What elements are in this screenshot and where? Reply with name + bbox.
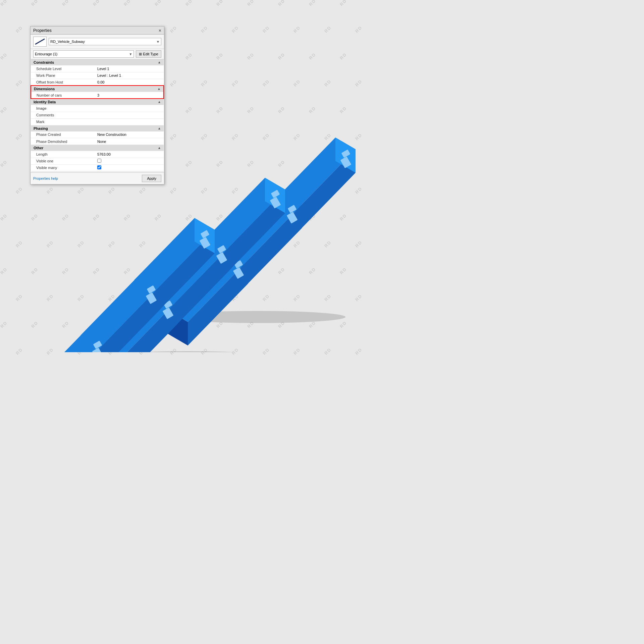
visible-one-label: Visble one [31,158,95,164]
offset-from-host-label: Offset from Host [31,79,95,86]
phasing-expand-icon[interactable]: ▲ [158,126,161,130]
other-label: Other [34,146,43,150]
visible-many-label: Visible many [31,164,95,171]
other-section-header: Other ▲ [31,145,164,151]
visible-one-value[interactable] [95,158,164,164]
other-expand-icon[interactable]: ▲ [158,146,161,150]
number-of-cars-label: Number of cars [31,92,95,99]
filter-row: Entourage (1) ▼ ⊞ Edit Type [31,49,164,59]
type-name-dropdown[interactable]: RD_Vehicle_Subway ▼ [49,38,161,45]
properties-help-link[interactable]: Properties help [33,176,58,180]
phase-created-row: Phase Created New Construction [31,131,164,138]
phase-created-value[interactable]: New Construction [95,131,164,138]
schedule-level-row: Schedule Level Level 1 [31,65,164,72]
offset-from-host-row: Offset from Host [31,79,164,86]
visible-many-checkbox[interactable] [97,165,101,169]
properties-table: Constraints ▲ Schedule Level Level 1 Wor… [31,59,164,172]
mark-label: Mark [31,118,95,125]
mark-value[interactable] [95,118,164,125]
filter-dropdown[interactable]: Entourage (1) ▼ [33,50,134,58]
length-label: Length [31,151,95,158]
filter-label: Entourage (1) [35,52,57,56]
phase-demolished-row: Phase Demolished None [31,138,164,145]
visible-one-checkbox[interactable] [97,159,101,163]
type-selector-row: RD_Vehicle_Subway ▼ [31,35,164,49]
constraints-expand-icon[interactable]: ▲ [158,60,161,64]
panel-bottom: Properties help Apply [31,172,164,184]
image-row: Image [31,105,164,112]
offset-from-host-value[interactable] [95,79,164,86]
constraints-label: Constraints [34,60,54,64]
panel-title: Properties [33,28,52,33]
comments-row: Comments [31,112,164,118]
apply-button[interactable]: Apply [142,175,161,182]
identity-data-expand-icon[interactable]: ▲ [158,100,161,104]
constraints-section-header: Constraints ▲ [31,59,164,65]
filter-arrow-icon: ▼ [129,52,132,56]
identity-data-section-header: Identity Data ▲ [31,99,164,105]
dropdown-arrow-icon: ▼ [156,40,160,44]
phase-created-label: Phase Created [31,131,95,138]
edit-type-icon: ⊞ [139,52,142,56]
comments-label: Comments [31,112,95,118]
edit-type-label: Edit Type [143,52,158,56]
identity-data-label: Identity Data [34,100,56,104]
mark-row: Mark [31,118,164,125]
length-value[interactable]: 5763.00 [95,151,164,158]
offset-from-host-input[interactable] [97,80,161,84]
type-icon [33,37,47,47]
phasing-label: Phasing [34,126,48,130]
schedule-level-value[interactable]: Level 1 [95,65,164,72]
work-plane-row: Work Plane Level : Level 1 [31,72,164,79]
visible-many-value[interactable] [95,164,164,171]
work-plane-value[interactable]: Level : Level 1 [95,72,164,79]
number-of-cars-row: Number of cars 3 [31,92,164,99]
image-value[interactable] [95,105,164,112]
number-of-cars-value[interactable]: 3 [95,92,164,99]
properties-panel: Properties × RD_Vehicle_Subway ▼ Entoura… [30,26,164,184]
work-plane-label: Work Plane [31,72,95,79]
length-row: Length 5763.00 [31,151,164,158]
schedule-level-label: Schedule Level [31,65,95,72]
dimensions-expand-icon[interactable]: ▲ [157,87,161,91]
dimensions-label: Dimensions [34,87,55,91]
image-label: Image [31,105,95,112]
phasing-section-header: Phasing ▲ [31,125,164,131]
visible-many-row: Visible many [31,164,164,171]
dimensions-section-header: Dimensions ▲ [31,86,164,92]
type-name-label: RD_Vehicle_Subway [50,40,85,44]
close-button[interactable]: × [159,28,161,33]
edit-type-button[interactable]: ⊞ Edit Type [136,50,161,58]
svg-line-0 [35,39,45,44]
panel-titlebar: Properties × [31,26,164,35]
visible-one-row: Visble one [31,158,164,164]
phase-demolished-label: Phase Demolished [31,138,95,145]
comments-value[interactable] [95,112,164,118]
phase-demolished-value[interactable]: None [95,138,164,145]
